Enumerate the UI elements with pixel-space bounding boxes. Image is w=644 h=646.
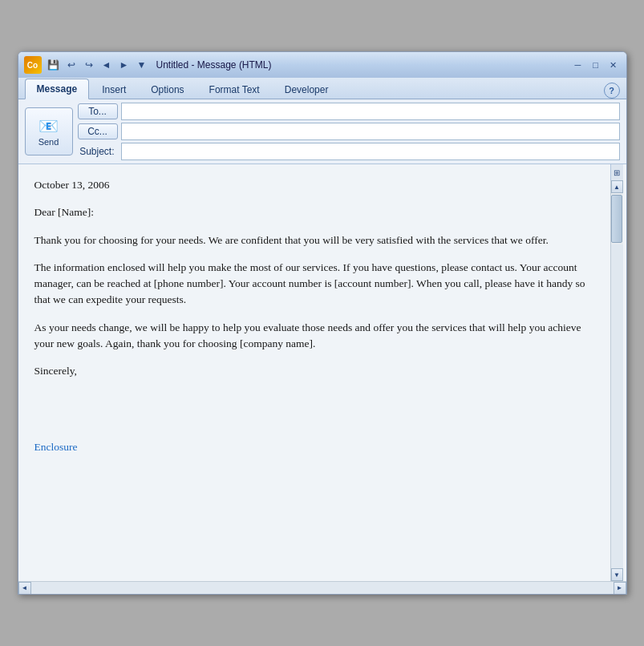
cc-button[interactable]: Cc... (78, 123, 118, 139)
scroll-down-button[interactable]: ▼ (611, 568, 623, 581)
undo-qat-button[interactable]: ↩ (63, 57, 79, 73)
customize-qat-button[interactable]: ▼ (134, 57, 150, 73)
ribbon: Message Insert Options Format Text Devel… (18, 78, 626, 99)
maximize-button[interactable]: □ (588, 58, 604, 72)
ribbon-tabs: Message Insert Options Format Text Devel… (18, 78, 626, 99)
scrollbar-area: ⊞ ▲ ▼ (610, 164, 626, 581)
close-button[interactable]: ✕ (606, 58, 622, 72)
email-greeting: Dear [Name]: (34, 204, 594, 220)
quick-access-toolbar: 💾 ↩ ↪ ◄ ► ▼ (46, 57, 150, 73)
subject-label: Subject: (78, 146, 118, 157)
hscroll-left-button[interactable]: ◄ (18, 582, 31, 595)
subject-row: Subject: (78, 143, 620, 160)
arrow-left-qat-button[interactable]: ◄ (99, 57, 115, 73)
hscroll-track (31, 582, 614, 594)
title-bar: Co 💾 ↩ ↪ ◄ ► ▼ Untitled - Message (HTML)… (18, 52, 626, 78)
window-title: Untitled - Message (HTML) (156, 59, 272, 71)
email-enclosure: Enclosure (34, 439, 594, 455)
send-button-container: 📧 Send (25, 103, 73, 160)
title-bar-left: Co 💾 ↩ ↪ ◄ ► ▼ Untitled - Message (HTML) (23, 55, 272, 75)
tab-options[interactable]: Options (139, 79, 196, 99)
email-paragraph2: The information enclosed will help you m… (34, 260, 594, 309)
to-button[interactable]: To... (78, 103, 118, 119)
email-form: 📧 Send To... Cc... Subject: (18, 99, 626, 164)
to-input[interactable] (121, 103, 620, 120)
send-label: Send (38, 137, 59, 147)
scroll-gap (611, 244, 623, 568)
email-window: Co 💾 ↩ ↪ ◄ ► ▼ Untitled - Message (HTML)… (18, 51, 627, 595)
minimize-button[interactable]: ─ (570, 58, 586, 72)
hscroll-right-button[interactable]: ► (614, 582, 626, 595)
email-paragraph1: Thank you for choosing for your needs. W… (34, 232, 594, 248)
tab-message[interactable]: Message (25, 79, 90, 99)
arrow-right-qat-button[interactable]: ► (116, 57, 132, 73)
save-qat-button[interactable]: 💾 (46, 57, 62, 73)
email-paragraph3: As your needs change, we will be happy t… (34, 320, 594, 353)
email-closing: Sincerely, (34, 363, 594, 379)
to-row: To... (78, 103, 620, 120)
message-body[interactable]: October 13, 2006 Dear [Name]: Thank you … (18, 164, 610, 581)
scroll-up-button[interactable]: ▲ (611, 180, 623, 193)
tab-developer[interactable]: Developer (273, 79, 341, 99)
scroll-tool-icon[interactable]: ⊞ (610, 164, 623, 180)
redo-qat-button[interactable]: ↪ (81, 57, 97, 73)
horizontal-scrollbar: ◄ ► (18, 581, 626, 594)
office-logo-icon: Co (24, 56, 42, 74)
window-controls: ─ □ ✕ (570, 58, 622, 72)
subject-input[interactable] (121, 143, 620, 160)
vertical-scrollbar[interactable]: ▲ ▼ (610, 180, 623, 581)
scroll-thumb[interactable] (611, 195, 622, 243)
tab-format-text[interactable]: Format Text (197, 79, 272, 99)
help-button[interactable]: ? (604, 83, 620, 99)
email-date: October 13, 2006 (34, 177, 594, 193)
address-fields: To... Cc... Subject: (78, 103, 620, 160)
cc-row: Cc... (78, 123, 620, 140)
office-logo: Co (23, 55, 43, 75)
tab-insert[interactable]: Insert (90, 79, 138, 99)
send-icon: 📧 (38, 116, 59, 135)
cc-input[interactable] (121, 123, 620, 140)
send-button[interactable]: 📧 Send (25, 107, 73, 155)
message-body-scroll: October 13, 2006 Dear [Name]: Thank you … (18, 164, 626, 581)
